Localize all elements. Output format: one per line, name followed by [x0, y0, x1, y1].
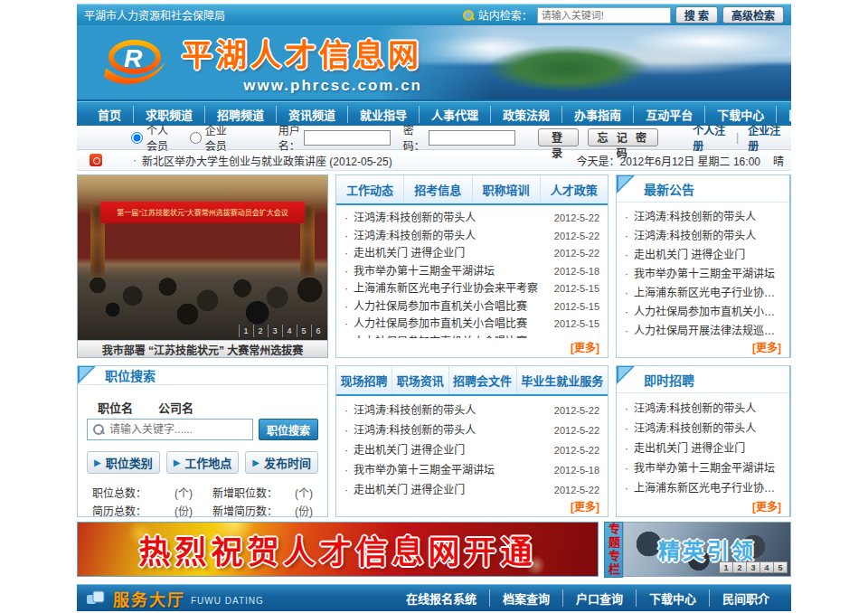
news-item[interactable]: · 走出机关门 进得企业门 2012-5-22	[344, 480, 599, 497]
service-link[interactable]: 下载中心	[636, 589, 709, 607]
job-search-tab[interactable]: 职位名	[87, 396, 144, 419]
more-link[interactable]: [更多]	[617, 497, 789, 516]
news-item[interactable]: · 我市举办第十三期金平湖讲坛 2012-5-18	[344, 460, 599, 480]
announcement-item[interactable]: · 我市举办第十三期金平湖讲坛	[625, 265, 781, 284]
nav-item[interactable]: 互动平台	[633, 106, 704, 123]
tab[interactable]: 现场招聘	[336, 366, 392, 394]
photo-page-button[interactable]: 1	[239, 325, 252, 337]
nav-item[interactable]: 就业指导	[347, 106, 419, 123]
special-column-tab[interactable]: 专题专栏	[604, 522, 623, 578]
news-item[interactable]: · 我市举办第十三期金平湖讲坛 2012-5-18	[344, 263, 599, 281]
filter-button[interactable]: ▶ 发布时间	[245, 451, 318, 474]
bullet-icon: ·	[344, 280, 348, 298]
nav-item[interactable]: 办事指南	[561, 106, 633, 123]
promo-page-button[interactable]: 3	[747, 561, 760, 573]
photo-page-button[interactable]: 3	[268, 325, 281, 337]
news-item[interactable]: · 汪鸿涛:科技创新的带头人 2012-5-22	[344, 228, 599, 246]
login-button[interactable]: 登 录	[538, 128, 580, 146]
announcement-item[interactable]: · 人力社保局参加市直机关小合唱比赛	[625, 303, 781, 322]
news-item[interactable]: · 走出机关门 进得企业门 2012-5-22	[344, 245, 599, 263]
ticker-news-link[interactable]: 新北区举办大学生创业与就业政策讲座 (2012-05-25)	[142, 153, 392, 168]
service-link[interactable]: 在线报名系统	[393, 589, 489, 607]
photo-page-button[interactable]: 4	[282, 325, 296, 337]
photo-page-button[interactable]: 5	[297, 325, 310, 337]
bullet-icon: ·	[344, 210, 348, 228]
photo-page-button[interactable]: 2	[253, 325, 267, 337]
main-content: 第一届"江苏技能状元"大赛常州选拔赛动员会扩大会议 123456 我市部署 “江…	[77, 174, 791, 517]
announcement-item[interactable]: · 汪鸿涛:科技创新的带头人	[625, 208, 781, 227]
filter-button[interactable]: ▶ 工作地点	[166, 451, 240, 474]
tab[interactable]: 工作动态	[336, 175, 404, 203]
advanced-search-button[interactable]: 高级检索	[722, 6, 784, 24]
search-button[interactable]: 搜 索	[675, 6, 718, 24]
nav-item[interactable]: 人事代理	[419, 106, 490, 123]
more-link[interactable]: [更多]	[336, 338, 608, 357]
nav-item[interactable]: 招聘频道	[204, 106, 276, 123]
tab[interactable]: 招聘会文件	[449, 366, 517, 394]
tab[interactable]: 招考信息	[404, 175, 472, 203]
keyword-input[interactable]	[87, 419, 253, 440]
nav-item[interactable]: 政策法规	[490, 106, 561, 123]
bullet-icon: ·	[344, 245, 348, 263]
news-item[interactable]: · 走出机关门 进得企业门 2012-5-22	[344, 440, 599, 460]
job-search-button[interactable]: 职位搜索	[259, 419, 318, 440]
service-link[interactable]: 户口查询	[562, 589, 636, 607]
announcement-item[interactable]: · 我市举办第十三期金平湖讲坛	[625, 458, 781, 478]
tab[interactable]: 毕业生就业服务	[517, 366, 608, 394]
triangle-right-icon: ▶	[252, 457, 259, 467]
news-item[interactable]: · 汪鸿涛:科技创新的带头人 2012-5-22	[344, 210, 599, 228]
announcement-item[interactable]: · 上海浦东新区光电子行业协会来平考	[625, 284, 781, 303]
company-register-link[interactable]: 企业注册	[748, 122, 782, 153]
username-input[interactable]	[304, 130, 391, 146]
personal-member-radio[interactable]	[131, 132, 143, 144]
triangle-right-icon: ▶	[94, 457, 101, 467]
elite-promo-photo[interactable]: 精英引领 12345	[623, 522, 791, 577]
news-item[interactable]: · 上海浦东新区光电子行业协会来平考察 2012-5-15	[344, 280, 599, 298]
promo-page-button[interactable]: 1	[720, 561, 733, 573]
site-search-input[interactable]	[537, 7, 671, 24]
nav-item[interactable]: 资讯频道	[276, 106, 347, 123]
service-link[interactable]: 档案查询	[489, 589, 562, 607]
news-item[interactable]: · 汪鸿涛:科技创新的带头人 2012-5-22	[344, 401, 599, 420]
celebration-banner[interactable]: 热烈祝贺人才信息网开通	[77, 522, 599, 577]
bullet-icon: ·	[344, 401, 348, 420]
announcement-item[interactable]: · 走出机关门 进得企业门	[625, 246, 781, 265]
photo-caption[interactable]: 我市部署 “江苏技能状元” 大赛常州选拔赛	[78, 340, 327, 357]
promo-page-button[interactable]: 2	[733, 561, 747, 573]
job-search-tab[interactable]: 公司名	[147, 396, 204, 419]
announcement-item[interactable]: · 人力社保局开展法律法规巡回培训	[625, 322, 781, 338]
meeting-photo[interactable]: 第一届"江苏技能状元"大赛常州选拔赛动员会扩大会议 123456	[78, 175, 327, 340]
news-item[interactable]: · 人力社保局参加市直机关小合唱比赛 2012-5-15	[344, 316, 599, 334]
work-news-tabs: 工作动态招考信息职称培训人才政策	[336, 175, 608, 205]
tab[interactable]: 职场资讯	[392, 366, 448, 394]
service-link[interactable]: 民间职介	[709, 589, 782, 607]
nav-item[interactable]: 首页	[86, 106, 133, 123]
photo-red-banner: 第一届"江苏技能状元"大赛常州选拔赛动员会扩大会议	[100, 202, 305, 223]
photo-page-button[interactable]: 6	[311, 325, 325, 337]
more-link[interactable]: [更多]	[336, 497, 608, 516]
announcement-item[interactable]: · 上海浦东新区光电子行业协会来平考	[625, 478, 781, 497]
nav-item[interactable]: 下载中心	[704, 106, 776, 123]
bullet-icon: ·	[625, 399, 628, 419]
filter-button[interactable]: ▶ 职位类别	[87, 451, 160, 474]
tab[interactable]: 职称培训	[473, 175, 541, 203]
announcement-item[interactable]: · 汪鸿涛:科技创新的带头人	[625, 227, 781, 246]
company-member-radio[interactable]	[190, 132, 202, 144]
instant-recruiting-panel: 即时招聘 · 汪鸿涛:科技创新的带头人 · 汪鸿涛:科技创新的带头人 ·	[616, 365, 791, 517]
nav-item[interactable]: 求职频道	[133, 106, 204, 123]
promo-page-button[interactable]: 5	[774, 561, 788, 573]
news-item[interactable]: · 人力社保局参加市直机关小合唱比赛 2012-5-15	[344, 298, 599, 316]
announcement-item[interactable]: · 走出机关门 进得企业门	[625, 439, 781, 458]
bullet-icon: ·	[625, 227, 628, 246]
nav-item[interactable]: 网站地图	[776, 106, 847, 123]
news-item[interactable]: · 汪鸿涛:科技创新的带头人 2012-5-22	[344, 420, 599, 440]
announcement-item[interactable]: · 汪鸿涛:科技创新的带头人	[625, 399, 781, 419]
more-link[interactable]: [更多]	[617, 338, 789, 357]
promo-page-button[interactable]: 4	[760, 561, 774, 573]
logo[interactable]: R 平湖人才信息网 www.phrcsc.com.cn	[102, 31, 422, 95]
personal-register-link[interactable]: 个人注册	[693, 122, 727, 153]
forgot-password-button[interactable]: 忘 记 密 码	[588, 128, 658, 146]
tab[interactable]: 人才政策	[541, 175, 608, 203]
password-input[interactable]	[429, 130, 515, 146]
announcement-item[interactable]: · 汪鸿涛:科技创新的带头人	[625, 419, 781, 439]
